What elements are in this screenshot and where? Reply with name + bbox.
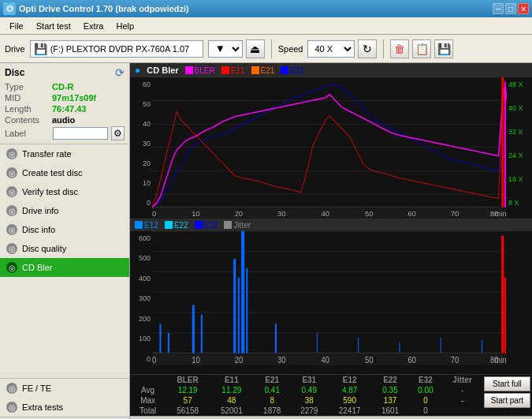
extra-tests-icon: ◎ [6, 402, 17, 413]
speed-label: Speed [278, 44, 303, 54]
eject-button[interactable]: ⏏ [246, 39, 265, 58]
transfer-rate-icon: ◎ [6, 148, 17, 159]
stats-avg-jitter: - [442, 385, 482, 395]
disc-label-input[interactable] [53, 127, 108, 140]
bler-legend-label: BLER [195, 66, 215, 75]
chart2-legend-e32: E32 [195, 221, 218, 230]
minimize-button[interactable]: ─ [493, 3, 504, 14]
sidebar-item-fe-te[interactable]: ◎ FE / TE [0, 379, 129, 398]
e12-legend-label: E12 [144, 221, 158, 230]
stats-max-e12: 590 [328, 395, 372, 406]
stats-max-bler: 57 [166, 395, 210, 406]
maximize-button[interactable]: □ [505, 3, 516, 14]
svg-text:20: 20 [235, 355, 244, 365]
svg-text:10: 10 [192, 209, 199, 218]
disc-refresh-icon[interactable]: ⟳ [115, 66, 125, 79]
start-full-button[interactable]: Start full [484, 376, 530, 391]
stats-header-e31: E31 [291, 375, 328, 385]
chart1-legend-e21: E21 [251, 66, 275, 75]
verify-test-disc-icon: ◎ [6, 186, 17, 197]
menu-file[interactable]: File [3, 20, 30, 32]
sidebar-item-create-test-disc[interactable]: ◎ Create test disc [0, 163, 129, 182]
e31-legend-label: E31 [290, 66, 304, 75]
menu-extra[interactable]: Extra [77, 20, 110, 32]
disc-label-gear-button[interactable]: ⚙ [111, 126, 125, 140]
disc-contents-value: audio [52, 115, 75, 125]
disc-length-value: 76:47.43 [52, 104, 86, 114]
chart1-legend-bler: BLER [185, 66, 215, 75]
drive-dropdown[interactable]: ▼ [208, 40, 243, 58]
speed-dropdown[interactable]: 40 X [307, 40, 355, 58]
e11-legend-label: E11 [231, 66, 245, 75]
sidebar-item-cd-bler-label: CD Bler [22, 263, 53, 272]
disc-mid-value: 97m17s09f [52, 93, 96, 103]
chart1-title: CD Bler [147, 65, 178, 75]
svg-text:50: 50 [365, 209, 373, 218]
stats-avg-label: Avg [130, 385, 166, 395]
svg-text:40: 40 [322, 355, 330, 365]
drive-selector[interactable]: 💾 (F:) PLEXTOR DVDR PX-760A 1.07 [30, 40, 203, 58]
app-icon: 💿 [3, 2, 16, 15]
sidebar-item-drive-info[interactable]: ◎ Drive info [0, 201, 129, 220]
sidebar-item-disc-info-label: Disc info [22, 225, 55, 234]
stats-total-jitter [442, 406, 482, 416]
refresh-button[interactable]: ↻ [358, 39, 377, 58]
e21-legend-color [251, 66, 259, 74]
e11-legend-color [221, 66, 229, 74]
erase-button[interactable]: 🗑 [390, 39, 409, 58]
sidebar-item-create-test-disc-label: Create test disc [22, 168, 82, 178]
e22-legend-color [165, 221, 173, 229]
menu-help[interactable]: Help [110, 20, 140, 32]
sidebar-item-cd-bler[interactable]: ◎ CD Bler [0, 258, 129, 277]
stats-avg-e32: 0.00 [409, 385, 443, 395]
stats-max-row: Max 57 48 8 38 590 137 0 - [130, 395, 482, 406]
copy-button[interactable]: 📋 [412, 39, 431, 58]
sidebar-item-disc-info[interactable]: ◎ Disc info [0, 220, 129, 239]
stats-total-e21: 1878 [254, 406, 291, 416]
stats-total-e11: 52001 [210, 406, 254, 416]
e22-legend-label: E22 [174, 221, 188, 230]
e21-legend-label: E21 [261, 66, 275, 75]
bler-legend-color [185, 66, 193, 74]
disc-contents-label: Contents [5, 115, 52, 125]
disc-length-label: Length [5, 104, 52, 114]
disc-section-title: Disc [5, 67, 24, 78]
stats-total-bler: 56158 [166, 406, 210, 416]
create-test-disc-icon: ◎ [6, 167, 17, 178]
main-area: Disc ⟳ Type CD-R MID 97m17s09f Length 76… [0, 63, 532, 419]
stats-avg-bler: 12.19 [166, 385, 210, 395]
cd-bler-icon: ◎ [6, 262, 17, 273]
stats-header-jitter: Jitter [442, 375, 482, 385]
stats-header-e21: E21 [254, 375, 291, 385]
drive-label: Drive [5, 44, 25, 54]
stats-total-e32: 0 [409, 406, 443, 416]
sidebar-navigation: ◎ Transfer rate ◎ Create test disc ◎ Ver… [0, 144, 129, 378]
chart-panel-2: E12 E22 E32 Jitter 600 [130, 219, 532, 375]
start-part-button[interactable]: Start part [484, 393, 530, 408]
chart1-y-axis-right: 48 X 40 X 32 X 24 X 16 X 8 X [507, 77, 532, 219]
toolbar-separator-2 [383, 39, 384, 58]
sidebar-item-extra-tests[interactable]: ◎ Extra tests [0, 398, 129, 417]
chart-area: ● CD Bler BLER E11 E21 E31 [130, 63, 532, 419]
e32-legend-color [195, 221, 203, 229]
chart1-legend-e11: E11 [221, 66, 245, 75]
chart2-svg-area: 0 10 20 30 40 50 60 70 80 min [152, 231, 507, 375]
chart1-svg: 0 10 20 30 40 50 60 70 80 min [152, 77, 507, 219]
sidebar-item-disc-quality[interactable]: ◎ Disc quality [0, 239, 129, 258]
svg-text:60: 60 [407, 355, 416, 365]
chart1-svg-area: 0 10 20 30 40 50 60 70 80 min [152, 77, 507, 219]
svg-text:40: 40 [322, 209, 329, 218]
menu-start-test[interactable]: Start test [30, 20, 77, 32]
sidebar-item-drive-info-label: Drive info [22, 206, 58, 215]
sidebar-item-transfer-rate[interactable]: ◎ Transfer rate [0, 144, 129, 163]
sidebar-item-disc-quality-label: Disc quality [22, 244, 66, 253]
sidebar-item-verify-test-disc[interactable]: ◎ Verify test disc [0, 182, 129, 201]
svg-text:0: 0 [152, 209, 156, 218]
save-button[interactable]: 💾 [434, 39, 453, 58]
disc-label-label: Label [5, 129, 50, 138]
close-button[interactable]: ✕ [518, 3, 529, 14]
sidebar-item-extra-tests-label: Extra tests [22, 402, 63, 412]
drive-info-icon: ◎ [6, 205, 17, 216]
disc-quality-icon: ◎ [6, 243, 17, 254]
stats-max-e22: 137 [372, 395, 409, 406]
